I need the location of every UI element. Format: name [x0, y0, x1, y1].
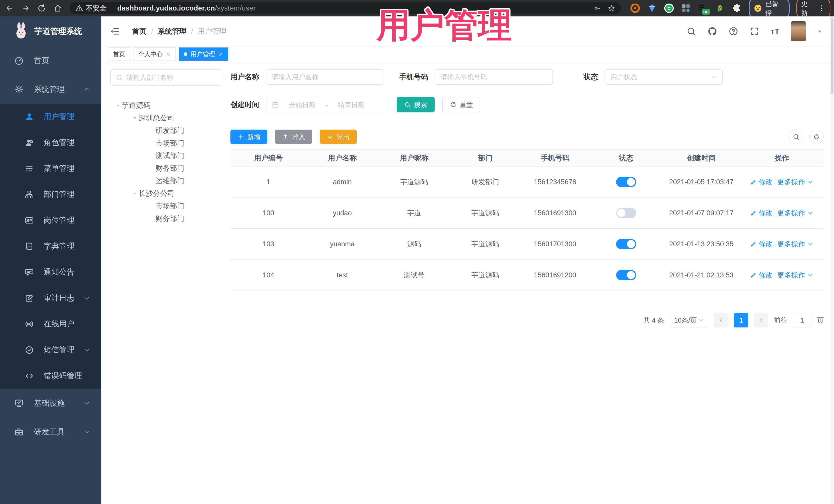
extension-orange-ring-icon[interactable]: [630, 3, 640, 14]
sidebar-item-home[interactable]: 首页: [0, 46, 101, 75]
edit-link[interactable]: 修改: [750, 209, 773, 218]
caret-down-icon[interactable]: [114, 103, 122, 108]
status-select[interactable]: 用户状态: [605, 69, 723, 85]
start-date-input[interactable]: [283, 101, 322, 109]
tab-home[interactable]: 首页: [108, 47, 130, 61]
extension-green-circle-icon[interactable]: [664, 3, 674, 14]
more-actions-link[interactable]: 更多操作: [777, 270, 814, 280]
status-toggle[interactable]: [616, 239, 636, 249]
mobile-field[interactable]: [435, 69, 553, 85]
bookmark-star-icon[interactable]: [608, 4, 615, 12]
sidebar-item-online-users[interactable]: 在线用户: [0, 311, 101, 337]
status-toggle[interactable]: [616, 270, 636, 280]
date-range-picker[interactable]: -: [266, 97, 389, 112]
goto-page-input[interactable]: [793, 313, 811, 327]
search-button[interactable]: 搜索: [397, 97, 435, 112]
sidebar-item-user-mgmt[interactable]: 用户管理: [0, 104, 101, 130]
sidebar-item-notice-mgmt[interactable]: 通知公告: [0, 259, 101, 285]
prev-page-button[interactable]: [714, 313, 728, 327]
avatar-caret-icon[interactable]: [817, 28, 823, 34]
extension-gem-icon[interactable]: [647, 3, 657, 14]
scrollbar-thumb[interactable]: [831, 18, 833, 94]
more-actions-link[interactable]: 更多操作: [777, 239, 814, 249]
sidebar-item-post-mgmt[interactable]: 岗位管理: [0, 207, 101, 233]
sidebar-item-sms-mgmt[interactable]: 短信管理: [0, 337, 101, 363]
table-row: 100 yudao 芋道 芋道源码 15601691300 2021-01-07…: [231, 198, 824, 229]
edit-link[interactable]: 修改: [750, 177, 773, 187]
reset-button[interactable]: 重置: [442, 97, 480, 112]
extension-puzzle-icon[interactable]: [731, 3, 742, 14]
edit-link[interactable]: 修改: [750, 270, 773, 280]
sidebar-item-errorcode-mgmt[interactable]: 错误码管理: [0, 363, 101, 389]
tree-node[interactable]: 深圳总公司: [110, 112, 222, 124]
status-toggle[interactable]: [616, 208, 636, 218]
tree-node[interactable]: 运维部门: [110, 175, 222, 187]
more-actions-link[interactable]: 更多操作: [777, 209, 814, 218]
refresh-icon: [813, 133, 820, 140]
toggle-search-button[interactable]: [789, 130, 803, 144]
extension-grid-icon[interactable]: [681, 3, 691, 14]
help-icon[interactable]: [728, 26, 738, 36]
tree-node[interactable]: 财务部门: [110, 162, 222, 175]
caret-down-icon[interactable]: [131, 116, 138, 120]
username-field[interactable]: [266, 69, 384, 85]
dashboard-icon: [14, 56, 24, 65]
close-icon[interactable]: [166, 51, 171, 57]
sidebar-item-devtools[interactable]: 研发工具: [0, 418, 101, 446]
tab-user-mgmt[interactable]: 用户管理: [179, 47, 228, 61]
tree-node[interactable]: 财务部门: [110, 212, 222, 225]
security-status[interactable]: 不安全: [75, 4, 107, 13]
mobile-input[interactable]: [441, 73, 547, 81]
sidebar-item-dict-mgmt[interactable]: 字典管理: [0, 233, 101, 259]
address-bar[interactable]: 不安全 dashboard.yudao.iocoder.cn/system/us…: [70, 2, 621, 14]
sidebar-item-audit-log[interactable]: 审计日志: [0, 285, 101, 311]
sidebar-item-menu-mgmt[interactable]: 菜单管理: [0, 155, 101, 181]
tree-node[interactable]: 市场部门: [110, 200, 222, 212]
extension-leaf-icon[interactable]: [715, 3, 725, 14]
end-date-input[interactable]: [332, 101, 371, 109]
tree-node[interactable]: 研发部门: [110, 124, 222, 137]
search-icon[interactable]: [686, 26, 696, 36]
dept-search-input[interactable]: [127, 74, 217, 82]
more-actions-link[interactable]: 更多操作: [777, 177, 814, 187]
tree-node[interactable]: 长沙分公司: [110, 187, 222, 200]
status-toggle[interactable]: [616, 177, 636, 187]
export-button[interactable]: 导出: [320, 130, 357, 144]
back-icon[interactable]: [3, 2, 16, 15]
edit-link[interactable]: 修改: [750, 239, 773, 249]
username-input[interactable]: [272, 73, 378, 81]
sidebar-item-dept-mgmt[interactable]: 部门管理: [0, 181, 101, 207]
tree-node[interactable]: 市场部门: [110, 137, 222, 149]
password-key-icon[interactable]: [593, 4, 601, 12]
scrollbar[interactable]: [830, 17, 834, 504]
next-page-button[interactable]: [754, 313, 768, 327]
user-avatar[interactable]: [791, 21, 806, 41]
breadcrumb-system[interactable]: 系统管理: [158, 26, 186, 36]
refresh-table-button[interactable]: [809, 130, 824, 144]
close-icon[interactable]: [218, 51, 223, 57]
sidebar-item-system[interactable]: 系统管理: [0, 75, 101, 104]
add-button[interactable]: 新增: [231, 130, 267, 144]
sidebar-item-role-mgmt[interactable]: 角色管理: [0, 130, 101, 155]
tree-node[interactable]: 测试部门: [110, 149, 222, 162]
import-button[interactable]: 导入: [275, 130, 312, 144]
breadcrumb-home[interactable]: 首页: [132, 26, 147, 36]
fullscreen-icon[interactable]: [750, 26, 759, 36]
sidebar-fold-icon[interactable]: [110, 26, 120, 37]
extension-tags-icon[interactable]: on: [698, 3, 708, 14]
app-logo[interactable]: 芋道管理系统: [0, 17, 101, 46]
caret-down-icon[interactable]: [131, 191, 138, 196]
page-number-1[interactable]: 1: [734, 313, 748, 327]
page-size-select[interactable]: 10条/页: [670, 313, 708, 327]
sidebar-item-infrastructure[interactable]: 基础设施: [0, 389, 101, 418]
url-text[interactable]: dashboard.yudao.iocoder.cn/system/user: [117, 4, 256, 12]
status-label: 状态: [584, 72, 598, 82]
tab-profile[interactable]: 个人中心: [133, 47, 176, 61]
home-icon[interactable]: [51, 2, 64, 15]
reload-icon[interactable]: [35, 2, 48, 15]
dept-search-box[interactable]: [110, 69, 222, 86]
font-size-icon[interactable]: тT: [771, 27, 780, 36]
forward-icon[interactable]: [19, 2, 32, 15]
tree-node[interactable]: 芋道源码: [110, 99, 222, 112]
github-icon[interactable]: [707, 26, 717, 36]
